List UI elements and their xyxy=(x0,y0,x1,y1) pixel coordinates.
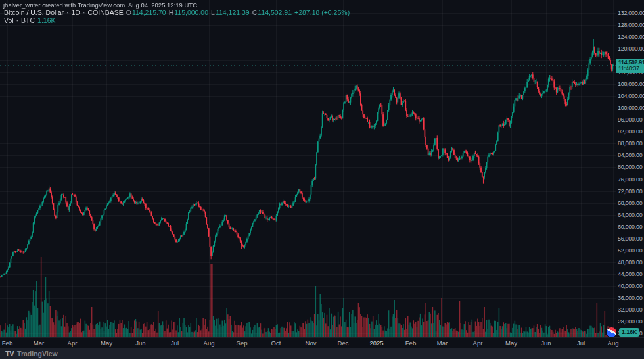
price-axis-label: 100,000.00 xyxy=(618,105,644,111)
legend-separator: · xyxy=(83,9,85,16)
symbol-title[interactable]: Bitcoin / U.S. Dollar xyxy=(4,9,64,16)
low-value: 114,121.39 xyxy=(216,9,250,16)
time-axis-label: Feb xyxy=(405,339,416,347)
change-value: +287.18 (+0.25%) xyxy=(294,9,350,16)
footer-bar: TV TradingView xyxy=(0,348,644,359)
price-chart-canvas[interactable] xyxy=(0,0,616,337)
volume-unit: BTC xyxy=(21,16,35,24)
legend-separator: · xyxy=(16,16,19,24)
volume-value: 1.16K xyxy=(37,16,55,24)
price-axis-label: 60,000.00 xyxy=(618,224,642,230)
time-axis[interactable]: FebMarAprMayJunJulAugSepOctNovDec2025Feb… xyxy=(0,337,644,348)
time-axis-label: Dec xyxy=(338,339,349,347)
time-axis-label: Jun xyxy=(135,339,145,347)
legend-separator: · xyxy=(66,9,69,16)
price-axis-label: 56,000.00 xyxy=(618,235,642,242)
price-axis-label: 84,000.00 xyxy=(618,152,642,158)
price-axis-label: 64,000.00 xyxy=(618,212,642,218)
time-axis-label: Jun xyxy=(541,339,551,347)
price-axis-label: 76,000.00 xyxy=(618,176,642,183)
price-axis-label: 68,000.00 xyxy=(618,200,642,206)
price-axis-label: 48,000.00 xyxy=(618,259,642,266)
price-axis-label: 44,000.00 xyxy=(618,271,642,277)
price-axis-label: 36,000.00 xyxy=(618,295,642,301)
price-axis-label: 40,000.00 xyxy=(618,283,642,289)
open-value: 114,215.70 xyxy=(132,9,166,16)
time-axis-label: Mar xyxy=(34,339,44,347)
tradingview-logo-icon[interactable]: TV xyxy=(5,350,14,358)
volume-legend: Vol · BTC 1.16K xyxy=(4,16,56,24)
price-axis-label: 32,000.00 xyxy=(618,306,642,313)
tradingview-brand[interactable]: TradingView xyxy=(17,350,58,358)
exchange-label: COINBASE xyxy=(87,9,123,16)
price-axis-label: 104,000.00 xyxy=(618,93,644,99)
price-axis-label: 96,000.00 xyxy=(618,116,642,123)
last-price-badge: 114,502.91 11:40:37 xyxy=(616,59,644,73)
time-axis-label: Jul xyxy=(171,339,179,347)
time-axis-label: Apr xyxy=(68,339,78,347)
high-value: 115,000.00 xyxy=(174,9,208,16)
bar-countdown: 11:40:37 xyxy=(618,66,644,72)
close-value: 114,502.91 xyxy=(258,9,292,16)
price-axis[interactable]: 114,502.91 11:40:37 1.16K 132,000.00128,… xyxy=(616,0,644,337)
low-label: L xyxy=(211,9,215,16)
price-axis-label: 72,000.00 xyxy=(618,188,642,195)
open-label: O xyxy=(126,9,131,16)
symbol-marker-icon xyxy=(606,327,617,338)
attribution-text: jhalver_writer created with TradingView.… xyxy=(3,1,197,9)
time-axis-label: Feb xyxy=(2,339,12,347)
price-axis-label: 132,000.00 xyxy=(618,10,644,16)
time-axis-label: Jul xyxy=(577,339,585,347)
last-volume-badge: 1.16K xyxy=(619,328,639,337)
price-axis-label: 28,000.00 xyxy=(618,318,642,325)
time-axis-label: Nov xyxy=(306,339,317,347)
time-axis-label: May xyxy=(101,339,112,347)
price-axis-label: 52,000.00 xyxy=(618,247,642,254)
time-axis-label: Apr xyxy=(473,339,483,347)
symbol-legend: Bitcoin / U.S. Dollar · 1D · COINBASE O1… xyxy=(4,9,350,16)
volume-label[interactable]: Vol xyxy=(4,16,14,24)
price-axis-label: 108,000.00 xyxy=(618,81,644,87)
interval-label[interactable]: 1D xyxy=(72,9,80,16)
time-axis-label: 2025 xyxy=(369,339,383,347)
tradingview-chart-window: jhalver_writer created with TradingView.… xyxy=(0,0,644,359)
time-axis-label: May xyxy=(505,339,517,347)
time-axis-label: Mar xyxy=(437,339,448,347)
price-axis-label: 80,000.00 xyxy=(618,164,642,170)
close-label: C xyxy=(252,9,258,16)
price-axis-label: 124,000.00 xyxy=(618,34,644,40)
high-label: H xyxy=(169,9,174,16)
time-axis-label: Aug xyxy=(204,339,215,347)
price-axis-label: 92,000.00 xyxy=(618,128,642,135)
time-axis-label: Oct xyxy=(271,339,281,347)
price-axis-label: 120,000.00 xyxy=(618,45,644,52)
price-axis-label: 88,000.00 xyxy=(618,140,642,147)
time-axis-label: Aug xyxy=(608,339,619,347)
time-axis-label: Sep xyxy=(237,339,248,347)
price-axis-label: 128,000.00 xyxy=(618,22,644,28)
